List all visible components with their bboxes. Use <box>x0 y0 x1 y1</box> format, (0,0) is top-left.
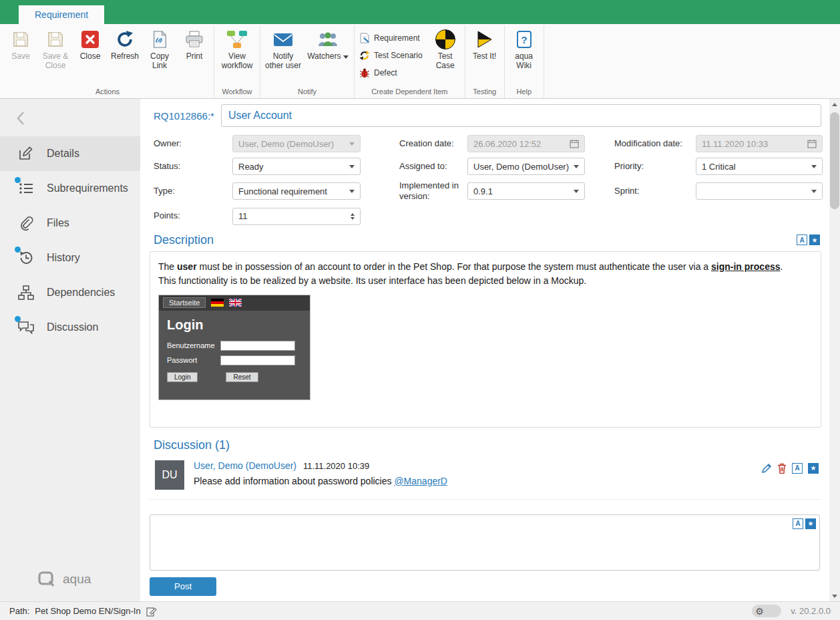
post-button[interactable]: Post <box>150 577 216 596</box>
implemented-in-version-label: Implemented in version: <box>399 180 467 202</box>
sprint-select[interactable] <box>696 182 823 200</box>
save-close-button[interactable]: Save & Close <box>38 25 73 72</box>
mention-link[interactable]: @ManagerD <box>394 476 447 486</box>
create-requirement-button[interactable]: Requirement <box>357 29 428 47</box>
dependencies-icon <box>17 284 35 301</box>
points-label: Points: <box>154 210 232 221</box>
priority-select[interactable]: 1 Critical <box>696 158 823 175</box>
mockup-password-input <box>220 355 295 365</box>
requirement-id: RQ1012866:* <box>148 110 214 122</box>
status-select[interactable]: Ready <box>232 158 361 175</box>
mockup-login-heading: Login <box>167 317 302 333</box>
ribbon-group-help-label: Help <box>507 87 542 98</box>
mockup-username-label: Benutzername <box>167 341 220 349</box>
priority-label: Priority: <box>614 161 696 172</box>
description-heading: Description <box>154 233 214 247</box>
calendar-icon <box>807 139 817 148</box>
points-spinner[interactable] <box>351 213 355 220</box>
view-workflow-label: View workflow <box>218 52 256 71</box>
create-test-scenario-button[interactable]: Test Scenario <box>357 47 428 64</box>
test-scenario-icon <box>359 50 370 61</box>
ribbon-group-testing-label: Testing <box>467 87 502 98</box>
scroll-down-arrow[interactable] <box>829 591 840 601</box>
close-button[interactable]: Close <box>73 25 108 63</box>
sidebar-item-history[interactable]: History <box>0 241 140 275</box>
discussion-heading: Discussion (1) <box>154 438 230 452</box>
uk-flag-icon <box>229 299 242 307</box>
type-select[interactable]: Functional requirement <box>232 182 361 200</box>
login-mockup-image: Startseite Login Benutzername Passwort <box>158 295 310 400</box>
sidebar-item-discussion[interactable]: Discussion <box>0 310 140 345</box>
title-input[interactable] <box>221 104 821 127</box>
scroll-up-arrow[interactable] <box>829 99 840 110</box>
ribbon-group-actions: Save Save & Close Close <box>1 25 214 98</box>
create-test-case-button[interactable]: Test Case <box>428 25 463 72</box>
test-case-icon <box>435 29 455 50</box>
path-value: Pet Shop Demo EN/Sign-In <box>35 606 140 616</box>
sprint-label: Sprint: <box>614 186 696 196</box>
description-paragraph-1: The user must be in possession of an acc… <box>158 260 813 274</box>
aqua-wiki-button[interactable]: ? aqua Wiki <box>507 25 542 72</box>
create-defect-label: Defect <box>374 68 397 78</box>
detail-panel: RQ1012866:* Owner: User, Demo (DemoUser)… <box>140 99 829 601</box>
save-button[interactable]: Save <box>3 25 38 63</box>
view-workflow-button[interactable]: View workflow <box>216 25 258 72</box>
font-format-icon[interactable]: A <box>793 518 803 529</box>
save-icon <box>11 29 30 50</box>
highlight-format-icon[interactable]: ★ <box>805 518 816 529</box>
dropdown-caret <box>811 190 817 193</box>
refresh-button[interactable]: Refresh <box>108 25 142 63</box>
sidebar-item-details[interactable]: Details <box>0 136 140 171</box>
app-window: Requirement Save Save & Close <box>0 0 840 620</box>
description-editor[interactable]: The user must be in possession of an acc… <box>150 251 821 428</box>
watchers-button[interactable]: Watchers <box>304 25 352 63</box>
sidebar-item-details-label: Details <box>47 148 79 160</box>
title-bar: Requirement <box>0 0 840 24</box>
sidebar-item-dependencies[interactable]: Dependencies <box>0 275 140 310</box>
assigned-to-label: Assigned to: <box>399 161 467 172</box>
notification-dot <box>15 247 21 253</box>
highlight-format-icon[interactable]: ★ <box>809 235 820 245</box>
description-paragraph-2: This functionality is to be realized by … <box>158 274 813 288</box>
vertical-scrollbar[interactable] <box>829 99 840 601</box>
test-it-button[interactable]: Test It! <box>467 25 502 63</box>
mockup-login-button: Login <box>167 372 198 382</box>
sidebar-collapse-button[interactable] <box>16 111 140 128</box>
save-label: Save <box>11 52 29 61</box>
new-comment-input[interactable] <box>150 515 819 570</box>
tab-requirement-label: Requirement <box>35 9 88 20</box>
copy-link-button[interactable]: Copy Link <box>142 25 177 72</box>
dropdown-caret <box>811 165 817 168</box>
sidebar-item-history-label: History <box>47 252 80 264</box>
sidebar-item-files[interactable]: Files <box>0 206 140 241</box>
mockup-reset-button: Reset <box>226 372 258 382</box>
notification-dot <box>15 177 21 183</box>
sidebar-item-subrequirements[interactable]: Subrequirements <box>0 171 140 206</box>
delete-comment-icon[interactable] <box>777 463 787 474</box>
german-flag-icon <box>211 299 224 307</box>
edit-path-icon[interactable] <box>146 606 158 617</box>
print-button[interactable]: Print <box>177 25 212 63</box>
font-format-icon[interactable]: A <box>797 235 807 245</box>
font-format-icon[interactable]: A <box>792 463 803 474</box>
notification-dot <box>15 316 21 322</box>
assigned-to-select[interactable]: User, Demo (DemoUser) <box>467 158 585 175</box>
tab-requirement[interactable]: Requirement <box>19 5 104 24</box>
ribbon-group-workflow-label: Workflow <box>216 87 258 98</box>
highlight-format-icon[interactable]: ★ <box>808 463 819 474</box>
wiki-icon: ? <box>516 29 532 50</box>
dropdown-caret <box>574 165 579 168</box>
edit-comment-icon[interactable] <box>761 463 772 474</box>
details-icon <box>17 145 35 162</box>
scrollbar-thumb[interactable] <box>830 112 839 209</box>
create-requirement-label: Requirement <box>374 33 420 43</box>
settings-toggle[interactable]: ⚙ <box>752 605 781 617</box>
notify-other-user-button[interactable]: Notify other user <box>262 25 304 72</box>
points-input[interactable]: 11 <box>232 208 361 225</box>
ribbon-group-help: ? aqua Wiki Help <box>505 25 544 98</box>
implemented-in-version-select[interactable]: 0.9.1 <box>467 182 585 200</box>
modification-date-label: Modification date: <box>614 138 696 149</box>
dropdown-caret <box>349 190 355 193</box>
comment-author-link[interactable]: User, Demo (DemoUser) <box>194 460 296 471</box>
create-defect-button[interactable]: Defect <box>357 64 428 82</box>
